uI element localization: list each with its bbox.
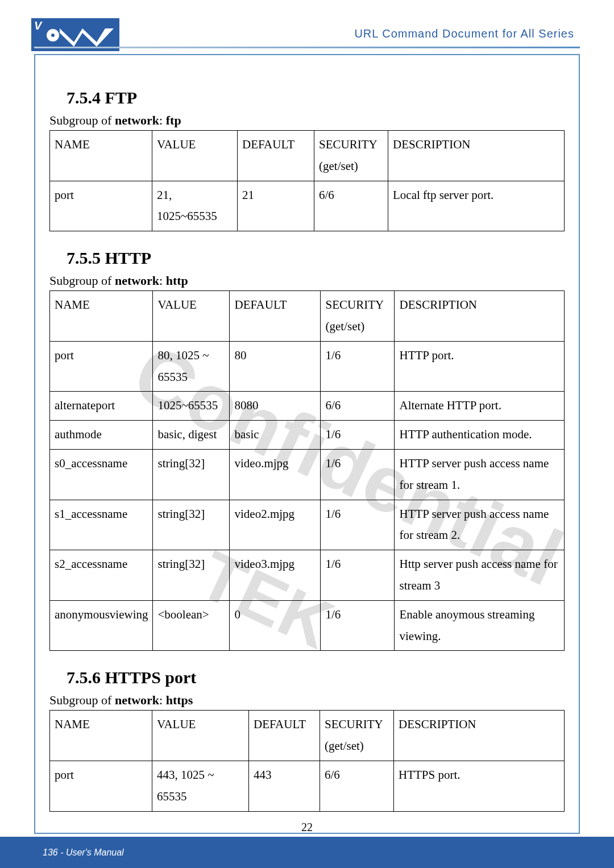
header-title: URL Command Document for All Series <box>354 27 574 40</box>
cell-value: 21, 1025~65535 <box>152 181 238 231</box>
cell-default: video3.mjpg <box>230 550 321 601</box>
cell-description: HTTP server push access name for stream … <box>395 500 565 550</box>
subgroup-bold: network <box>115 113 159 127</box>
cell-security: 1/6 <box>321 600 395 651</box>
subgroup-https: Subgroup of network: https <box>49 693 565 708</box>
cell-default: 0 <box>230 600 321 651</box>
col-header-description: DESCRIPTION <box>394 711 565 761</box>
table-https: NAME VALUE DEFAULT SECURITY (get/set) DE… <box>49 710 565 811</box>
table-row: port80, 1025 ~ 65535801/6HTTP port. <box>50 341 565 392</box>
cell-value: 1025~65535 <box>153 392 230 421</box>
subgroup-name: ftp <box>166 113 181 127</box>
subgroup-suffix: : <box>159 273 166 288</box>
cell-default: 443 <box>249 761 320 811</box>
cell-name: s2_accessname <box>50 550 153 601</box>
table-row: port 21, 1025~65535 21 6/6 Local ftp ser… <box>50 181 565 231</box>
table-row: s1_accessnamestring[32]video2.mjpg1/6HTT… <box>50 500 565 550</box>
cell-description: HTTP port. <box>395 341 565 392</box>
page-footer: 136 - User's Manual <box>0 837 614 868</box>
cell-default: 21 <box>238 181 314 231</box>
subgroup-bold: network <box>115 273 159 288</box>
col-header-security: SECURITY (get/set) <box>321 291 395 342</box>
cell-default: 8080 <box>230 392 321 421</box>
cell-description: HTTP server push access name for stream … <box>395 449 565 500</box>
header-divider <box>34 47 580 48</box>
col-header-value: VALUE <box>152 131 238 181</box>
col-header-security: SECURITY (get/set) <box>314 131 388 181</box>
table-row: port 443, 1025 ~ 65535 443 6/6 HTTPS por… <box>50 761 565 811</box>
col-header-description: DESCRIPTION <box>395 291 565 342</box>
table-row: s2_accessnamestring[32]video3.mjpg1/6Htt… <box>50 550 565 601</box>
col-header-name: NAME <box>50 291 153 342</box>
col-header-default: DEFAULT <box>238 131 314 181</box>
cell-value: string[32] <box>153 500 230 550</box>
cell-default: 80 <box>230 341 321 392</box>
cell-description: Enable anoymous streaming viewing. <box>395 600 565 651</box>
cell-security: 1/6 <box>321 341 395 392</box>
cell-value: basic, digest <box>153 421 230 450</box>
col-header-name: NAME <box>50 131 152 181</box>
cell-name: s1_accessname <box>50 500 153 550</box>
cell-security: 1/6 <box>321 449 395 500</box>
section-heading-http: 7.5.5 HTTP <box>67 248 565 268</box>
table-row: s0_accessnamestring[32]video.mjpg1/6HTTP… <box>50 449 565 500</box>
cell-default: video2.mjpg <box>230 500 321 550</box>
page-header: V URL Command Document for All Series <box>0 0 614 54</box>
cell-default: basic <box>230 421 321 450</box>
table-row: authmodebasic, digestbasic1/6HTTP authen… <box>50 421 565 450</box>
table-header-row: NAME VALUE DEFAULT SECURITY (get/set) DE… <box>50 711 565 761</box>
table-header-row: NAME VALUE DEFAULT SECURITY (get/set) DE… <box>50 291 565 342</box>
cell-security: 1/6 <box>321 500 395 550</box>
subgroup-prefix: Subgroup of <box>49 693 115 707</box>
cell-description: Local ftp server port. <box>388 181 565 231</box>
subgroup-name: http <box>166 273 188 288</box>
cell-name: s0_accessname <box>50 449 153 500</box>
cell-value: string[32] <box>153 449 230 500</box>
table-http: NAME VALUE DEFAULT SECURITY (get/set) DE… <box>49 290 565 651</box>
section-heading-https: 7.5.6 HTTPS port <box>67 668 565 687</box>
cell-security: 1/6 <box>321 421 395 450</box>
cell-name: port <box>50 761 152 811</box>
cell-name: anonymousviewing <box>50 600 153 651</box>
cell-default: video.mjpg <box>230 449 321 500</box>
col-header-value: VALUE <box>152 711 249 761</box>
subgroup-name: https <box>166 693 193 707</box>
col-header-name: NAME <box>50 711 152 761</box>
cell-description: Http server push access name for stream … <box>395 550 565 601</box>
col-header-value: VALUE <box>153 291 230 342</box>
cell-value: <boolean> <box>153 600 230 651</box>
cell-name: alternateport <box>50 392 153 421</box>
col-header-security: SECURITY (get/set) <box>320 711 394 761</box>
cell-value: string[32] <box>153 550 230 601</box>
page-content-frame: Confidential TEK 7.5.4 FTP Subgroup of n… <box>34 54 580 834</box>
cell-name: port <box>50 341 153 392</box>
table-header-row: NAME VALUE DEFAULT SECURITY (get/set) DE… <box>50 131 565 181</box>
table-ftp: NAME VALUE DEFAULT SECURITY (get/set) DE… <box>49 130 565 231</box>
cell-security: 1/6 <box>321 550 395 601</box>
page-number-inner: 22 <box>301 821 313 834</box>
subgroup-bold: network <box>115 693 159 707</box>
cell-value: 80, 1025 ~ 65535 <box>153 341 230 392</box>
logo-icon <box>43 24 114 47</box>
footer-page-label: 136 - User's Manual <box>43 848 124 858</box>
cell-description: Alternate HTTP port. <box>395 392 565 421</box>
cell-description: HTTPS port. <box>394 761 565 811</box>
cell-name: authmode <box>50 421 153 450</box>
table-row: anonymousviewing<boolean>01/6Enable anoy… <box>50 600 565 651</box>
cell-security: 6/6 <box>314 181 388 231</box>
cell-value: 443, 1025 ~ 65535 <box>152 761 249 811</box>
col-header-default: DEFAULT <box>230 291 321 342</box>
section-heading-ftp: 7.5.4 FTP <box>67 88 565 107</box>
table-row: alternateport1025~6553580806/6Alternate … <box>50 392 565 421</box>
col-header-default: DEFAULT <box>249 711 320 761</box>
subgroup-suffix: : <box>159 693 166 707</box>
subgroup-ftp: Subgroup of network: ftp <box>49 113 565 128</box>
col-header-description: DESCRIPTION <box>388 131 565 181</box>
subgroup-suffix: : <box>159 113 166 127</box>
cell-description: HTTP authentication mode. <box>395 421 565 450</box>
cell-name: port <box>50 181 152 231</box>
svg-point-1 <box>51 34 55 37</box>
cell-security: 6/6 <box>321 392 395 421</box>
cell-security: 6/6 <box>320 761 394 811</box>
subgroup-prefix: Subgroup of <box>49 113 115 127</box>
